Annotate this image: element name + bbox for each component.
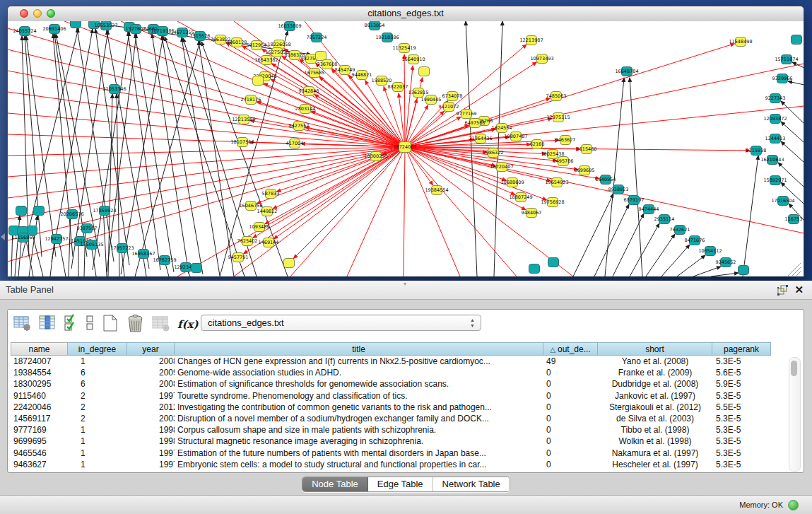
table-select-value: citations_edges.txt <box>208 317 284 328</box>
node-label: 13505135 <box>80 242 103 247</box>
teal-node[interactable] <box>529 264 540 274</box>
cell-out-de-: 0 <box>543 436 598 447</box>
node-label: 8813054 <box>365 23 385 28</box>
node-label: 11156869 <box>11 235 35 240</box>
node-label: 17016504 <box>771 198 794 204</box>
table-row[interactable]: 1456911722003Disruption of a novel membe… <box>11 413 790 424</box>
cell-year: 2003 <box>127 413 175 424</box>
table-select-dropdown[interactable]: citations_edges.txt ▲▼ <box>201 315 481 331</box>
table-row[interactable]: 969969511998Structural magnetic resonanc… <box>11 436 790 447</box>
node-label: 12213589 <box>232 117 255 122</box>
table-row[interactable]: 1872400712008Changes of HCN gene express… <box>11 356 790 367</box>
resize-grip-icon[interactable] <box>796 271 801 276</box>
table-row[interactable]: 2242004622012Investigating the contribut… <box>11 402 790 413</box>
function-builder-icon[interactable]: f(x) <box>177 318 199 331</box>
panel-collapse-arrow-icon[interactable] <box>1 233 5 240</box>
yellow-node[interactable] <box>284 259 295 268</box>
node-label: 9860128 <box>227 40 247 45</box>
row-selection-check-icon[interactable] <box>64 314 78 335</box>
yellow-node[interactable] <box>253 76 264 86</box>
stacked-rows-icon[interactable] <box>86 314 94 335</box>
citation-network-graph: 7663822986012859129541822605816275058165… <box>8 21 804 276</box>
citation-edge-red <box>257 102 405 147</box>
cell-in-degree: 2 <box>68 413 127 424</box>
column-header-pagerank[interactable]: pagerank <box>712 342 771 356</box>
teal-node[interactable] <box>739 266 749 275</box>
node-label: 19384554 <box>425 187 448 193</box>
teal-node[interactable] <box>792 35 802 45</box>
network-desktop: citations_edges.txt 76638229860128591295… <box>0 0 812 281</box>
column-header-title[interactable]: title <box>175 342 543 356</box>
yellow-node[interactable] <box>316 52 326 61</box>
tab-edge-table[interactable]: Edge Table <box>368 477 433 491</box>
column-header-year[interactable]: year <box>127 342 175 356</box>
delete-trash-icon[interactable] <box>126 314 144 336</box>
node-label: 18807249 <box>509 194 532 200</box>
node-label: 16640910 <box>401 57 425 62</box>
scrollbar-thumb[interactable] <box>791 361 797 376</box>
node-label: 9329966 <box>772 76 793 81</box>
memory-status-label: Memory: OK <box>739 496 783 514</box>
column-selection-icon[interactable] <box>39 315 56 334</box>
node-label: 18724007 <box>393 144 416 150</box>
node-label: 16648784 <box>615 69 638 74</box>
resize-grip-icon[interactable] <box>792 267 801 276</box>
node-label: 9463627 <box>555 137 576 143</box>
cell-pagerank: 5.3E-5 <box>712 390 771 402</box>
close-panel-icon[interactable]: ✕ <box>794 284 804 296</box>
cell-title: Disruption of a novel member of a sodium… <box>175 413 543 424</box>
cell-name: 9699695 <box>11 436 68 447</box>
column-header-out-de-[interactable]: △out_de... <box>543 342 598 356</box>
node-label: 7625402 <box>237 238 258 244</box>
teal-node[interactable] <box>16 206 27 216</box>
node-label: 9474444 <box>639 206 659 212</box>
teal-node[interactable] <box>34 206 45 216</box>
memory-status-indicator[interactable] <box>788 500 799 510</box>
table-row[interactable]: 946362711997Embryonic stem cells: a mode… <box>11 459 790 470</box>
network-window[interactable]: citations_edges.txt 76638229860128591295… <box>7 6 804 276</box>
tab-node-table[interactable]: Node Table <box>302 477 368 491</box>
column-header-in-degree[interactable]: in_degree <box>68 342 127 356</box>
node-label: 19756928 <box>541 199 564 205</box>
column-header-short[interactable]: short <box>598 342 712 356</box>
cell-pagerank: 5.3E-5 <box>712 436 771 447</box>
cell-title: Changes of HCN gene expression and I(f) … <box>175 356 543 367</box>
column-header-name[interactable]: name <box>11 342 68 356</box>
table-body: 1872400712008Changes of HCN gene express… <box>11 356 790 470</box>
cell-pagerank: 5.3E-5 <box>712 424 771 436</box>
table-row[interactable]: 1830029562008Estimation of significance … <box>11 378 790 390</box>
new-document-icon[interactable] <box>102 314 119 335</box>
citation-edge-black <box>121 36 163 274</box>
table-settings-icon[interactable] <box>13 315 31 334</box>
node-label: 7986322 <box>483 150 504 156</box>
citation-edge-black <box>646 234 675 276</box>
node-label: 8215938 <box>746 148 767 153</box>
minimize-traffic-button[interactable] <box>33 9 42 18</box>
close-traffic-button[interactable] <box>20 9 28 18</box>
yellow-node[interactable] <box>419 67 430 76</box>
tab-network-table[interactable]: Network Table <box>433 477 510 491</box>
node-label: 9121072 <box>439 104 459 110</box>
teal-node[interactable] <box>71 21 81 28</box>
node-label: 15892971 <box>763 177 787 183</box>
float-window-icon[interactable] <box>777 285 788 296</box>
panel-splitter-grip[interactable]: ▾ <box>404 282 410 286</box>
table-row[interactable]: 946554611997Estimation of the future num… <box>11 448 790 459</box>
teal-node[interactable] <box>548 258 559 267</box>
node-label: 116753 <box>785 216 803 222</box>
citation-edge-black <box>792 62 804 68</box>
delete-table-disabled-icon <box>152 315 170 334</box>
node-label: 9115460 <box>577 146 597 152</box>
table-toolbar: f(x) <box>13 313 203 336</box>
table-row[interactable]: 911546021997Tourette syndrome. Phenomeno… <box>11 390 790 402</box>
vertical-scrollbar[interactable] <box>789 357 801 472</box>
node-label: 11325419 <box>392 45 416 51</box>
citation-edge-black <box>182 37 220 276</box>
node-label: 10654112 <box>698 248 722 254</box>
table-row[interactable]: 1938455462009Genome-wide association stu… <box>11 367 790 378</box>
network-window-titlebar[interactable]: citations_edges.txt <box>8 6 804 22</box>
zoom-traffic-button[interactable] <box>47 9 55 18</box>
table-row[interactable]: 977716911998Corpus callosum shape and si… <box>11 424 790 436</box>
teal-node[interactable] <box>192 264 202 273</box>
network-view[interactable]: 7663822986012859129541822605816275058165… <box>8 21 804 276</box>
